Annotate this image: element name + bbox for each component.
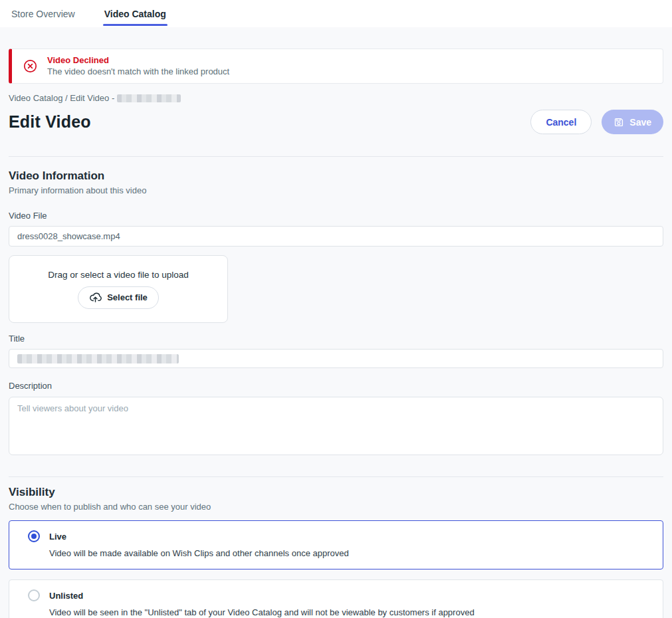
select-file-label: Select file [107, 292, 148, 302]
breadcrumb: Video Catalog / Edit Video - [9, 93, 663, 103]
visibility-option-live[interactable]: Live Video will be made available on Wis… [9, 520, 663, 569]
radio-live-icon[interactable] [28, 530, 40, 542]
video-file-input[interactable] [9, 226, 663, 247]
page-content: Video Declined The video doesn't match w… [0, 49, 672, 618]
option-unlisted-label: Unlisted [49, 591, 475, 601]
save-button[interactable]: Save [602, 110, 663, 134]
upload-cloud-icon [89, 291, 102, 304]
tab-store-overview[interactable]: Store Overview [10, 0, 76, 27]
upload-prompt: Drag or select a video file to upload [48, 270, 189, 280]
breadcrumb-text[interactable]: Video Catalog / Edit Video - [9, 93, 114, 103]
active-tab-underline [103, 24, 168, 26]
title-redacted-value [17, 354, 179, 363]
alert-message: The video doesn't match with the linked … [47, 66, 229, 77]
tab-video-catalog[interactable]: Video Catalog [103, 0, 168, 27]
alert-text-block: Video Declined The video doesn't match w… [47, 55, 229, 77]
visibility-subtitle: Choose when to publish and who can see y… [9, 502, 663, 512]
option-text-block: Live Video will be made available on Wis… [49, 531, 349, 559]
section-divider [9, 476, 663, 477]
title-label: Title [9, 334, 663, 344]
upload-dropzone[interactable]: Drag or select a video file to upload Se… [9, 255, 228, 323]
option-live-label: Live [49, 532, 349, 542]
top-tab-bar: Store Overview Video Catalog [0, 0, 672, 27]
visibility-title: Visibility [9, 486, 663, 499]
video-information-title: Video Information [9, 169, 663, 183]
option-text-block: Unlisted Video will be seen in the "Unli… [49, 590, 475, 618]
save-button-label: Save [629, 117, 651, 128]
header-actions: Cancel Save [530, 110, 663, 134]
title-input[interactable] [9, 349, 663, 368]
option-live-description: Video will be made available on Wish Cli… [49, 548, 349, 559]
video-information-subtitle: Primary information about this video [9, 185, 663, 195]
option-unlisted-description: Video will be seen in the "Unlisted" tab… [49, 607, 475, 618]
select-file-button[interactable]: Select file [78, 286, 159, 309]
cancel-button[interactable]: Cancel [530, 110, 592, 134]
error-circle-icon [23, 59, 37, 73]
section-divider [9, 156, 663, 157]
video-declined-alert: Video Declined The video doesn't match w… [9, 49, 663, 84]
radio-unlisted-icon[interactable] [28, 589, 40, 601]
description-textarea[interactable] [9, 397, 663, 455]
page-header: Edit Video Cancel Save [9, 110, 663, 134]
page-title: Edit Video [9, 112, 91, 132]
tab-store-overview-label: Store Overview [11, 9, 75, 19]
tab-video-catalog-label: Video Catalog [104, 9, 166, 19]
alert-title: Video Declined [47, 55, 229, 66]
save-floppy-icon [614, 117, 624, 128]
visibility-option-unlisted[interactable]: Unlisted Video will be seen in the "Unli… [9, 579, 663, 618]
breadcrumb-redacted-value [117, 94, 181, 102]
description-label: Description [9, 381, 663, 391]
video-file-label: Video File [9, 211, 663, 221]
